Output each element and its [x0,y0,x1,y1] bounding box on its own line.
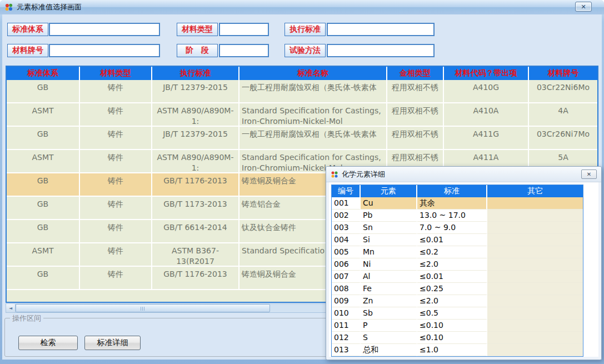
table-cell: Mn [361,246,417,258]
table-cell: 一般工程用耐腐蚀双相（奥氏体-铁素体 [239,127,387,150]
stage-input[interactable] [219,44,269,57]
table-cell: 006 [332,258,361,271]
header-standard-name[interactable]: 标准名称 [239,67,387,80]
window-title: 元素标准值选择画面 [17,2,82,12]
table-cell: ≤0.10 [417,320,487,332]
table-cell: Ni [361,258,417,271]
table-cell: 13.0 ~ 17.0 [417,210,487,222]
popup-titlebar: 化学元素详细 ✕ [326,167,601,182]
popup-title: 化学元素详细 [342,169,385,179]
table-cell: ASMT [7,243,80,267]
table-cell: ASTM A890/A890M-1: [152,150,239,173]
standard-system-input[interactable] [49,23,160,36]
header-standard-value[interactable]: 标准 [417,185,487,197]
table-cell: ≤0.25 [417,283,487,295]
table-cell: Standard Specification for Castings, Iro… [239,103,387,127]
table-cell [487,271,583,283]
table-row[interactable]: 001Cu其余 [332,197,583,210]
table-cell: 011 [332,320,361,332]
table-cell [487,246,583,258]
table-row[interactable]: 002Pb13.0 ~ 17.0 [332,210,583,222]
table-cell: 010 [332,307,361,320]
table-cell: 009 [332,295,361,307]
standard-detail-button[interactable]: 标准详细 [84,336,141,350]
header-element-no[interactable]: 编号 [332,185,361,197]
material-grade-label-button[interactable]: 材料牌号 [7,44,48,57]
table-row[interactable]: 006Ni≤2.0 [332,258,583,271]
table-cell: GB/T 1176-2013 [152,173,239,197]
table-cell: 程用双相不锈 [387,127,444,150]
table-cell: 铸件 [80,150,152,173]
table-cell: ≤1.0 [417,344,487,356]
exec-standard-label-button[interactable]: 执行标准 [284,23,326,36]
table-cell: ≤0.2 [417,246,487,258]
material-grade-input[interactable] [49,44,160,57]
table-cell: Al [361,271,417,283]
header-material-code[interactable]: 材料代码？带出项 [444,67,529,80]
element-table: 编号 元素 标准 其它 001Cu其余002Pb13.0 ~ 17.0003Sn… [331,185,583,357]
material-type-label-button[interactable]: 材料类型 [177,23,218,36]
table-row[interactable]: GB铸件JB/T 12379-2015一般工程用耐腐蚀双相（奥氏体-铁素体程用双… [7,80,597,103]
scrollbar-thumb[interactable] [16,304,270,312]
table-row[interactable]: ASMT铸件ASTM A890/A890M-1:Standard Specifi… [7,103,597,127]
table-cell: 铸件 [80,127,152,150]
table-cell: 7.0 ~ 9.0 [417,222,487,234]
table-header-row: 标准体系 材料类型 执行标准 标准名称 金相类型 材料代码？带出项 材料牌号 [7,67,597,80]
table-cell: 005 [332,246,361,258]
table-cell: GB [7,127,80,150]
operation-group-label: 操作区间 [10,313,43,323]
table-row[interactable]: 012S≤0.10 [332,332,583,344]
table-cell [487,197,583,210]
material-type-input[interactable] [219,23,269,36]
header-material-grade[interactable]: 材料牌号 [529,67,597,80]
standard-system-label-button[interactable]: 标准体系 [7,23,48,36]
popup-close-icon: ✕ [587,171,591,177]
header-standard-system[interactable]: 标准体系 [7,67,80,80]
table-cell: A411G [444,127,529,150]
table-cell: 铸件 [80,103,152,127]
stage-label-button[interactable]: 阶 段 [177,44,218,57]
test-method-label-button[interactable]: 试验方法 [284,44,326,57]
table-cell: Sb [361,307,417,320]
table-cell: ≤0.10 [417,332,487,344]
table-row[interactable]: 003Sn7.0 ~ 9.0 [332,222,583,234]
header-other[interactable]: 其它 [487,185,583,197]
table-cell: 铸件 [80,243,152,267]
table-cell [487,344,583,356]
close-button[interactable]: ✕ [575,2,592,12]
test-method-input[interactable] [327,44,435,57]
table-row[interactable]: 013总和≤1.0 [332,344,583,356]
table-cell: ASMT [7,150,80,173]
table-cell: GB [7,267,80,290]
header-material-type[interactable]: 材料类型 [80,67,152,80]
header-element[interactable]: 元素 [361,185,417,197]
table-row[interactable]: 011P≤0.10 [332,320,583,332]
table-cell: A410G [444,80,529,103]
table-cell: A410A [444,103,529,127]
table-row[interactable]: 007Al≤0.01 [332,271,583,283]
popup-close-button[interactable]: ✕ [581,169,597,179]
scroll-left-arrow-icon[interactable]: ◄ [6,304,16,312]
table-cell [487,283,583,295]
app-icon [4,3,13,12]
table-cell: GB [7,80,80,103]
table-cell: 铸件 [80,80,152,103]
table-row[interactable]: 009Zn≤2.0 [332,295,583,307]
table-cell: 03Cr26Ni7Mo [529,127,597,150]
search-button[interactable]: 检索 [18,336,78,350]
table-cell: 铸件 [80,173,152,197]
element-table-header: 编号 元素 标准 其它 [332,185,583,197]
close-icon: ✕ [581,3,586,10]
table-row[interactable]: 005Mn≤0.2 [332,246,583,258]
table-row[interactable]: 010Sb≤0.5 [332,307,583,320]
header-exec-standard[interactable]: 执行标准 [152,67,239,80]
table-row[interactable]: GB铸件JB/T 12379-2015一般工程用耐腐蚀双相（奥氏体-铁素体程用双… [7,127,597,150]
table-cell: ≤0.5 [417,307,487,320]
table-row[interactable]: 004Si≤0.01 [332,234,583,246]
popup-icon [331,171,338,178]
table-cell: GB [7,197,80,220]
titlebar: 元素标准值选择画面 ✕ [0,0,604,14]
table-row[interactable]: 008Fe≤0.25 [332,283,583,295]
header-metallographic-type[interactable]: 金相类型 [387,67,444,80]
exec-standard-input[interactable] [327,23,435,36]
